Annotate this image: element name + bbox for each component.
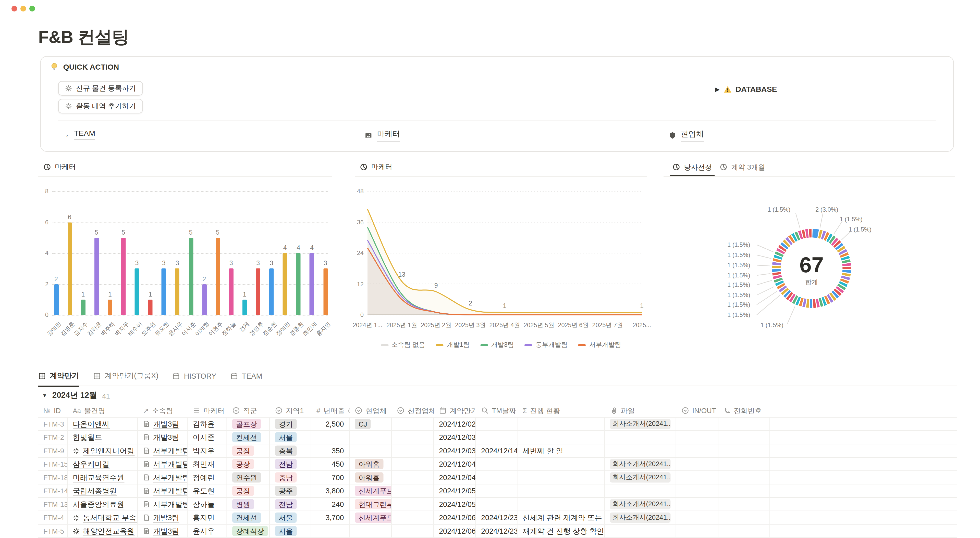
bar[interactable] — [229, 268, 234, 315]
table-cell[interactable]: 회사소개서(20241... — [605, 511, 676, 524]
bar[interactable] — [215, 238, 220, 315]
cell-property-name[interactable]: 제일엔지니어링 — [83, 446, 134, 455]
table-cell[interactable]: 2024/12/04 — [434, 471, 476, 484]
table-cell[interactable]: FTM-4 — [38, 511, 68, 524]
bar-chart-plot[interactable]: 024682강예린6김병훈1김지수5김하윤1박주하5박지우3배수아1오주원3유도… — [38, 176, 332, 362]
table-cell[interactable]: 윤시우 — [188, 525, 227, 538]
table-cell[interactable] — [476, 458, 517, 470]
column-header-계약만기[interactable]: 계약만기 — [434, 404, 476, 417]
table-cell[interactable]: FTM-9 — [38, 444, 68, 457]
cell-property-name[interactable]: 삼우케미칼 — [73, 459, 110, 469]
legend-item[interactable]: 개발1팀 — [436, 340, 469, 349]
bar[interactable] — [94, 238, 99, 315]
bar[interactable] — [189, 238, 193, 315]
table-cell[interactable]: 서부개발팀 — [138, 498, 188, 511]
table-cell[interactable] — [605, 444, 676, 457]
cell-property-name[interactable]: 해양안전교육원 — [83, 526, 134, 536]
table-cell[interactable]: 동서대학교 부속병원 — [68, 511, 138, 524]
page-link-TEAM[interactable]: →TEAM — [61, 129, 95, 140]
table-cell[interactable]: 2024/12/03 — [434, 431, 476, 444]
bar[interactable] — [256, 268, 261, 315]
table-cell[interactable]: 연수원 — [227, 471, 270, 484]
table-cell[interactable]: 공장 — [227, 484, 270, 497]
file-chip[interactable]: 회사소개서(20241... — [610, 513, 671, 523]
line-chart-header[interactable]: 마케터 — [360, 162, 393, 171]
table-group-header[interactable]: ▼ 2024년 12월 41 — [42, 390, 110, 401]
table-cell[interactable] — [718, 471, 770, 484]
column-header-년매출[interactable]: #년매출 — [311, 404, 350, 417]
table-cell[interactable]: FTM-18 — [38, 471, 68, 484]
cell-property-name[interactable]: 한빛월드 — [73, 432, 102, 442]
column-header-마케터[interactable]: 마케터 — [188, 404, 227, 417]
quick-action-button[interactable]: 활동 내역 추가하기 — [58, 99, 143, 114]
window-dot-1[interactable] — [21, 6, 26, 12]
table-cell[interactable]: 경기 — [270, 417, 312, 430]
table-cell[interactable]: 개발3팀 — [138, 525, 188, 538]
table-cell[interactable] — [718, 444, 770, 457]
table-cell[interactable] — [770, 484, 957, 497]
table-cell[interactable] — [350, 525, 392, 538]
table-cell[interactable] — [476, 484, 517, 497]
cell-team[interactable]: 서부개발팀 — [153, 446, 188, 455]
table-cell[interactable]: 서부개발팀 — [138, 444, 188, 457]
table-cell[interactable] — [770, 471, 957, 484]
table-cell[interactable]: 충북 — [270, 444, 312, 457]
file-chip[interactable]: 회사소개서(20241... — [610, 459, 671, 469]
table-cell[interactable] — [392, 525, 434, 538]
cell-property-name[interactable]: 국립세종병원 — [73, 486, 117, 496]
column-header-파일[interactable]: 파일 — [605, 404, 676, 417]
table-cell[interactable] — [770, 511, 957, 524]
table-cell[interactable] — [392, 458, 434, 470]
table-row[interactable]: FTM-4동서대학교 부속병원개발3팀홍지민컨세션서울3,700신세계푸드202… — [38, 511, 957, 525]
table-cell[interactable]: 최민재 — [188, 458, 227, 470]
toggle-triangle-icon[interactable]: ▶ — [715, 86, 720, 92]
table-cell[interactable] — [392, 511, 434, 524]
line-chart-plot[interactable]: 0122436482024년 1...2025년 1월2025년 2월2025년… — [355, 176, 647, 362]
table-cell[interactable] — [770, 498, 957, 511]
window-dot-2[interactable] — [29, 6, 35, 12]
table-cell[interactable]: 장례식장 — [227, 525, 270, 538]
table-cell[interactable]: 이서준 — [188, 431, 227, 444]
bar[interactable] — [54, 284, 59, 315]
table-cell[interactable]: 공장 — [227, 458, 270, 470]
cell-property-name[interactable]: 미래교육연수원 — [73, 473, 124, 482]
table-cell[interactable]: 240 — [311, 498, 350, 511]
table-cell[interactable] — [770, 444, 957, 457]
table-cell[interactable]: 서부개발팀 — [138, 484, 188, 497]
table-row[interactable]: FTM-13서울중앙의료원서부개발팀장하늘병원전남240현대그린푸드2024/1… — [38, 498, 957, 511]
table-cell[interactable] — [676, 417, 718, 430]
table-cell[interactable] — [517, 431, 605, 444]
table-cell[interactable]: 광주 — [270, 484, 312, 497]
table-cell[interactable]: 충남 — [270, 471, 312, 484]
table-cell[interactable] — [476, 471, 517, 484]
table-cell[interactable]: 회사소개서(20241... — [605, 417, 676, 430]
bar[interactable] — [67, 222, 72, 315]
window-dot-0[interactable] — [11, 6, 18, 12]
column-header-TM날짜[interactable]: TM날짜 — [476, 404, 517, 417]
table-cell[interactable] — [392, 417, 434, 430]
table-cell[interactable] — [718, 417, 770, 430]
table-cell[interactable] — [517, 471, 605, 484]
cell-team[interactable]: 서부개발팀 — [153, 459, 188, 469]
table-cell[interactable] — [718, 484, 770, 497]
table-cell[interactable]: 서울 — [270, 431, 312, 444]
view-tab-계약만기(그룹X)[interactable]: 계약만기(그룹X) — [93, 370, 159, 387]
table-cell[interactable]: 2024/12/02 — [434, 417, 476, 430]
column-header-지역1[interactable]: 지역1 — [270, 404, 312, 417]
cell-team[interactable]: 개발3팀 — [153, 432, 179, 442]
cell-team[interactable]: 개발3팀 — [153, 513, 179, 522]
table-cell[interactable] — [676, 444, 718, 457]
table-row[interactable]: FTM-15삼우케미칼서부개발팀최민재공장전남450아워홈2024/12/04회… — [38, 458, 957, 471]
table-cell[interactable] — [770, 417, 957, 430]
table-cell[interactable] — [311, 431, 350, 444]
view-tab-HISTORY[interactable]: HISTORY — [172, 370, 216, 387]
table-cell[interactable]: 개발3팀 — [138, 417, 188, 430]
table-cell[interactable] — [476, 431, 517, 444]
column-header-직군[interactable]: 직군 — [227, 404, 270, 417]
table-cell[interactable] — [605, 484, 676, 497]
table-cell[interactable]: 2024/12/23 — [476, 511, 517, 524]
bar[interactable] — [81, 299, 86, 315]
table-cell[interactable] — [770, 458, 957, 470]
table-cell[interactable]: 장하늘 — [188, 498, 227, 511]
table-row[interactable]: FTM-9제일엔지니어링서부개발팀박지우공장충북3502024/12/03202… — [38, 444, 957, 458]
